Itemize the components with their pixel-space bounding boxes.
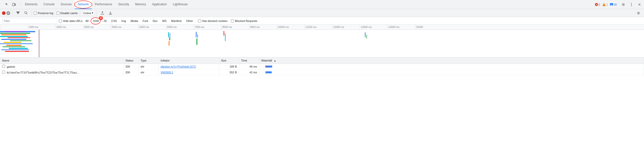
import-button[interactable] [99, 10, 106, 17]
wf-far-1 [365, 32, 366, 37]
wf-remote-4 [169, 41, 170, 46]
stop-button[interactable] [7, 11, 10, 15]
wf-far-2 [366, 35, 367, 39]
preserve-log-input[interactable] [34, 12, 37, 15]
wf-mini-bar-red-1 [266, 66, 266, 68]
table-row[interactable]: getinfo 200 xhr jdwebm.js?v=ProDetail:16… [0, 64, 644, 69]
tick-15: 15000 [415, 25, 443, 29]
hide-data-urls-checkbox[interactable]: Hide data URLs [59, 19, 83, 22]
td-name-2: fcf.html?a=7TJI7TceW0Pu7Tce7TZ37Tce7Tce7… [0, 69, 123, 75]
tab-security[interactable]: Security [115, 0, 132, 9]
filter-icon[interactable] [14, 10, 21, 17]
tab-memory[interactable]: Memory [132, 0, 149, 9]
throttle-select[interactable]: Online ▾ [82, 11, 95, 15]
wf-mini-bar-blue-2 [266, 71, 272, 73]
tick-12: 12000 ms [332, 25, 360, 29]
disable-cache-checkbox[interactable]: Disable cache [56, 12, 78, 15]
tick-6: 6000 ms [166, 25, 194, 29]
filter-type-font[interactable]: Font [141, 18, 150, 24]
table-header-row: Name Status Type Initiator Size Time Wat… [0, 57, 644, 64]
th-status[interactable]: Status [123, 57, 138, 64]
blocked-requests-input[interactable] [231, 19, 234, 22]
wf-bar-9 [4, 42, 21, 43]
wf-remote-8 [223, 31, 224, 36]
disable-cache-input[interactable] [56, 12, 59, 15]
device-icon[interactable] [11, 1, 18, 8]
svg-text:▬: ▬ [611, 4, 612, 6]
td-initiator-2[interactable]: VM2800:1 [158, 69, 219, 75]
filter-type-css[interactable]: CSS [110, 18, 118, 24]
th-size[interactable]: Size [219, 57, 239, 64]
row-checkbox-1[interactable] [2, 65, 5, 68]
filter-type-manifest[interactable]: Manifest [170, 18, 183, 24]
inspect-icon[interactable] [3, 1, 10, 8]
wf-bar-13 [9, 48, 28, 49]
wf-remote-9 [225, 34, 226, 41]
toolbar-sep-3 [80, 11, 80, 16]
wf-bar-11 [6, 45, 21, 46]
tick-3: 3000 ms [83, 25, 111, 29]
export-button[interactable] [107, 10, 114, 17]
td-time-2: 42 ms [239, 69, 259, 75]
filter-type-img[interactable]: Img [120, 18, 128, 24]
svg-point-10 [631, 4, 632, 5]
td-waterfall-1 [259, 64, 644, 69]
tab-performance[interactable]: Performance [92, 0, 115, 9]
settings-icon[interactable] [620, 1, 627, 8]
svg-point-9 [631, 3, 632, 4]
filter-type-other[interactable]: Other [185, 18, 195, 24]
tab-network[interactable]: Network [75, 0, 92, 9]
hide-data-urls-input[interactable] [59, 19, 62, 22]
tick-11: 11000 ms [304, 25, 332, 29]
wf-bar-4 [5, 31, 25, 32]
toolbar-sep-2 [31, 11, 32, 16]
row-checkbox-2[interactable] [2, 71, 5, 74]
preserve-log-checkbox[interactable]: Preserve log [34, 12, 53, 15]
filter-type-media[interactable]: Media [129, 18, 140, 24]
network-settings-button[interactable] [635, 10, 642, 17]
td-initiator-1[interactable]: jdwebm.js?v=ProDetail:1672 [158, 64, 219, 69]
tab-lighthouse[interactable]: Lighthouse [170, 0, 191, 9]
has-blocked-cookies-checkbox[interactable]: Has blocked cookies [198, 19, 227, 22]
tab-sources[interactable]: Sources [58, 0, 75, 9]
filter-type-doc[interactable]: Doc [151, 18, 159, 24]
search-button[interactable] [22, 10, 29, 17]
has-blocked-cookies-input[interactable] [198, 19, 201, 22]
filter-type-js[interactable]: JS [102, 18, 108, 24]
tick-7: 7000 ms [194, 25, 221, 29]
table-row[interactable]: fcf.html?a=7TJI7TceW0Pu7Tce7TZ37Tce7Tce7… [0, 69, 644, 75]
wf-remote-5 [196, 32, 197, 37]
network-table: Name Status Type Initiator Size Time Wat… [0, 57, 644, 75]
filter-input[interactable] [2, 18, 57, 24]
blocked-requests-checkbox[interactable]: Blocked Requests [231, 19, 257, 22]
th-type[interactable]: Type [138, 57, 158, 64]
filter-type-ws[interactable]: WS [160, 18, 168, 24]
more-icon[interactable] [628, 1, 635, 8]
wf-bar-6 [8, 37, 30, 38]
waterfall-content [0, 30, 644, 57]
svg-line-13 [8, 12, 9, 14]
svg-point-11 [631, 5, 632, 6]
filter-type-xhr[interactable]: XHR 2 [92, 18, 100, 24]
th-initiator[interactable]: Initiator [158, 57, 219, 64]
tab-right-group: ✕ 2 ! 1 ▬ 30 ✕ [595, 1, 643, 8]
th-waterfall[interactable]: Waterfall ▲ [259, 57, 644, 64]
filter-type-all[interactable]: All [84, 18, 90, 24]
wf-remote-2 [170, 33, 170, 37]
record-button[interactable] [2, 11, 6, 15]
th-time[interactable]: Time [239, 57, 259, 64]
wf-mini-bar-blue-1 [266, 66, 272, 68]
close-icon[interactable]: ✕ [636, 1, 643, 8]
wf-bar-5 [0, 36, 28, 37]
svg-rect-0 [13, 3, 15, 6]
tab-elements[interactable]: Elements [22, 0, 41, 9]
wf-remote-1 [168, 32, 169, 37]
svg-rect-1 [15, 4, 16, 6]
td-size-1: 185 B [219, 64, 239, 69]
tab-console[interactable]: Console [41, 0, 58, 9]
xhr-badge: 2 [99, 16, 103, 20]
wf-bar-15 [5, 51, 29, 52]
th-name[interactable]: Name [0, 57, 123, 64]
tab-application[interactable]: Application [149, 0, 170, 9]
tab-icon-group [1, 1, 20, 8]
